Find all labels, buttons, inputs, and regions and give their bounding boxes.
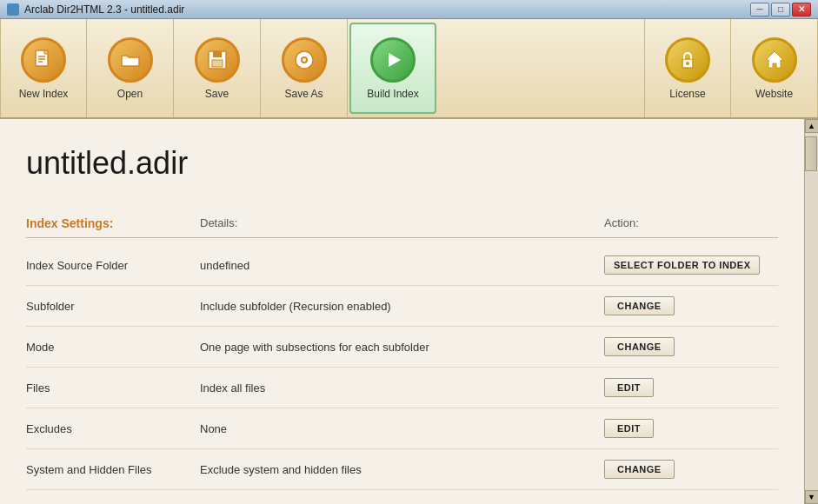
settings-action-4: EDIT (604, 419, 778, 438)
settings-row: ExcludesNoneEDIT (26, 408, 778, 449)
action-btn-3[interactable]: EDIT (604, 378, 654, 397)
close-button[interactable]: ✕ (792, 3, 811, 17)
settings-label-4: Excludes (26, 422, 200, 435)
toolbar: New IndexOpenSaveSave AsBuild Index Lice… (0, 19, 818, 119)
action-btn-0[interactable]: SELECT FOLDER TO INDEX (604, 255, 760, 275)
action-btn-2[interactable]: CHANGE (604, 337, 675, 356)
settings-rows: Index Source FolderundefinedSELECT FOLDE… (26, 245, 778, 490)
settings-action-2: CHANGE (604, 337, 778, 356)
settings-section: Index Settings: Details: Action: Index S… (26, 216, 778, 490)
toolbar-btn-save-as[interactable]: Save As (261, 19, 348, 117)
toolbar-btn-build-index[interactable]: Build Index (349, 23, 436, 114)
settings-row: System and Hidden FilesExclude system an… (26, 449, 778, 490)
settings-detail-0: undefined (200, 259, 604, 272)
svg-rect-6 (212, 60, 223, 67)
save-as-label: Save As (284, 88, 323, 100)
main-wrapper: untitled.adir Index Settings: Details: A… (0, 119, 818, 504)
settings-detail-4: None (200, 422, 604, 435)
open-icon (108, 37, 153, 83)
settings-detail-3: Index all files (200, 381, 604, 395)
action-btn-5[interactable]: CHANGE (604, 460, 675, 479)
scroll-thumb[interactable] (805, 136, 817, 171)
website-label: Website (755, 88, 793, 100)
settings-row: FilesIndex all filesEDIT (26, 368, 778, 408)
svg-marker-10 (389, 53, 401, 67)
settings-row: Index Source FolderundefinedSELECT FOLDE… (26, 245, 778, 286)
file-title: untitled.adir (26, 145, 778, 182)
title-bar-controls: ─ □ ✕ (750, 3, 811, 17)
settings-detail-2: One page with subsections for each subfo… (200, 341, 604, 354)
svg-point-12 (686, 62, 689, 65)
settings-action-0: SELECT FOLDER TO INDEX (604, 255, 778, 275)
toolbar-spacer (438, 19, 644, 117)
scroll-down-arrow[interactable]: ▼ (805, 490, 819, 504)
settings-row: ModeOne page with subsections for each s… (26, 327, 778, 368)
header-settings: Index Settings: (26, 216, 200, 230)
header-action: Action: (604, 216, 778, 230)
license-icon (665, 37, 710, 83)
settings-label-5: System and Hidden Files (26, 463, 200, 476)
title-bar: Arclab Dir2HTML 2.3 - untitled.adir ─ □ … (0, 0, 818, 19)
title-bar-title: Arclab Dir2HTML 2.3 - untitled.adir (24, 3, 184, 16)
scroll-up-arrow[interactable]: ▲ (805, 119, 819, 133)
license-label: License (669, 88, 705, 100)
toolbar-btn-open[interactable]: Open (87, 19, 174, 117)
minimize-button[interactable]: ─ (750, 3, 769, 17)
settings-label-0: Index Source Folder (26, 259, 200, 272)
settings-action-3: EDIT (604, 378, 778, 397)
settings-label-1: Subfolder (26, 300, 200, 313)
svg-marker-13 (766, 51, 783, 68)
save-as-icon (282, 37, 327, 83)
action-btn-4[interactable]: EDIT (604, 419, 654, 438)
settings-detail-5: Exclude system and hidden files (200, 463, 604, 476)
build-index-label: Build Index (367, 88, 418, 100)
settings-action-5: CHANGE (604, 460, 778, 479)
toolbar-btn-new-index[interactable]: New Index (0, 19, 87, 117)
toolbar-btn-license[interactable]: License (644, 19, 731, 117)
save-icon (195, 37, 240, 83)
settings-detail-1: Include subfolder (Recursion enabled) (200, 300, 604, 313)
scrollbar[interactable]: ▲ ▼ (804, 119, 818, 504)
title-bar-text: Arclab Dir2HTML 2.3 - untitled.adir (7, 3, 184, 16)
action-btn-1[interactable]: CHANGE (604, 296, 675, 315)
new-index-icon (21, 37, 66, 83)
maximize-button[interactable]: □ (771, 3, 790, 17)
settings-row: SubfolderInclude subfolder (Recursion en… (26, 286, 778, 327)
svg-point-9 (303, 58, 306, 62)
toolbar-btn-save[interactable]: Save (174, 19, 261, 117)
scroll-track[interactable] (805, 133, 818, 490)
website-icon (752, 37, 797, 83)
open-label: Open (117, 88, 143, 100)
save-label: Save (205, 88, 229, 100)
build-index-icon (370, 37, 416, 83)
toolbar-btn-website[interactable]: Website (731, 19, 818, 117)
header-details: Details: (200, 216, 604, 230)
settings-action-1: CHANGE (604, 296, 778, 315)
new-index-label: New Index (19, 88, 69, 100)
settings-label-3: Files (26, 381, 200, 395)
settings-label-2: Mode (26, 341, 200, 354)
svg-rect-5 (213, 51, 222, 57)
main-content: untitled.adir Index Settings: Details: A… (0, 119, 804, 504)
settings-header: Index Settings: Details: Action: (26, 216, 778, 238)
app-icon (7, 3, 19, 16)
